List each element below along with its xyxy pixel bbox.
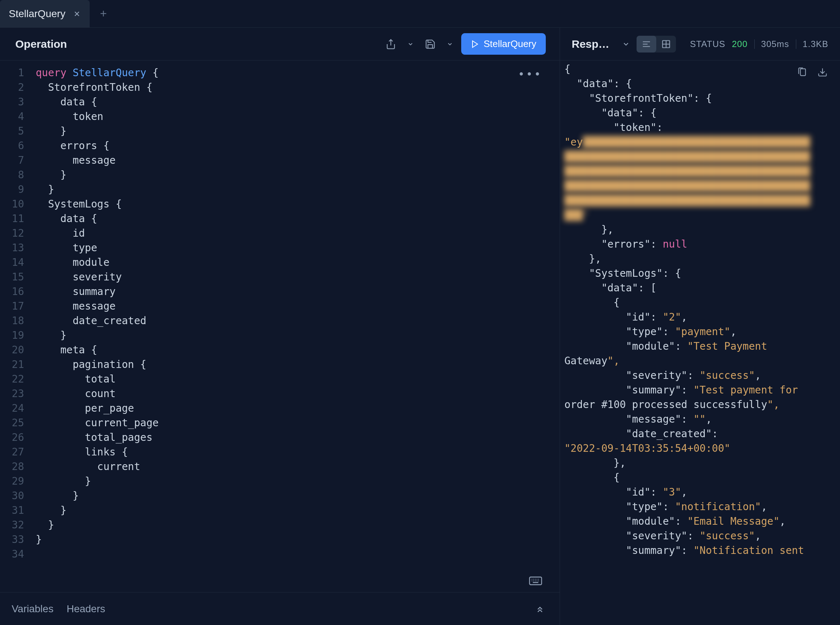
run-button-label: StellarQuery bbox=[484, 38, 537, 50]
operation-header: Operation StellarQuery bbox=[0, 28, 560, 61]
status-label: STATUS bbox=[690, 39, 725, 49]
line-number-gutter: 1234567891011121314151617181920212223242… bbox=[0, 61, 33, 592]
response-panel: Response STATUS 200 305ms 1.3KB bbox=[560, 28, 840, 625]
save-dropdown[interactable] bbox=[444, 38, 456, 50]
add-tab-button[interactable]: + bbox=[93, 3, 115, 25]
tab-headers[interactable]: Headers bbox=[67, 603, 106, 615]
tab-title: StellarQuery bbox=[9, 8, 66, 20]
tab-bar: StellarQuery + bbox=[0, 0, 840, 28]
keyboard-icon[interactable] bbox=[529, 576, 542, 586]
share-dropdown[interactable] bbox=[404, 38, 417, 50]
response-view-toggle bbox=[637, 36, 676, 53]
tab-variables[interactable]: Variables bbox=[12, 603, 54, 615]
response-dropdown-icon[interactable] bbox=[622, 40, 630, 48]
run-query-button[interactable]: StellarQuery bbox=[461, 33, 546, 55]
operation-title: Operation bbox=[15, 38, 67, 50]
response-header: Response STATUS 200 305ms 1.3KB bbox=[560, 28, 840, 61]
svg-rect-3 bbox=[800, 69, 805, 76]
response-size: 1.3KB bbox=[803, 39, 828, 49]
operation-panel: Operation StellarQuery bbox=[0, 28, 560, 625]
svg-marker-0 bbox=[472, 41, 478, 47]
response-body[interactable]: { "data": { "StorefrontToken": { "data":… bbox=[560, 61, 840, 625]
tab-stellarquery[interactable]: StellarQuery bbox=[0, 0, 90, 27]
operation-toolbar: StellarQuery bbox=[382, 33, 546, 55]
collapse-panel-icon[interactable] bbox=[535, 604, 545, 614]
response-time: 305ms bbox=[761, 39, 789, 49]
download-icon[interactable] bbox=[817, 67, 828, 77]
response-title: Response bbox=[572, 38, 615, 50]
view-table-icon[interactable] bbox=[656, 36, 676, 53]
code-editor[interactable]: ••• 123456789101112131415161718192021222… bbox=[0, 61, 560, 592]
close-icon[interactable] bbox=[73, 10, 81, 18]
response-actions bbox=[797, 67, 828, 77]
bottom-tab-bar: Variables Headers bbox=[0, 592, 560, 625]
status-code: 200 bbox=[732, 39, 748, 49]
copy-icon[interactable] bbox=[797, 67, 807, 77]
response-status-info: STATUS 200 305ms 1.3KB bbox=[690, 39, 828, 49]
view-json-icon[interactable] bbox=[637, 36, 656, 53]
share-button[interactable] bbox=[382, 36, 399, 53]
editor-code[interactable]: query StellarQuery { StorefrontToken { d… bbox=[33, 61, 560, 592]
save-button[interactable] bbox=[422, 36, 439, 53]
